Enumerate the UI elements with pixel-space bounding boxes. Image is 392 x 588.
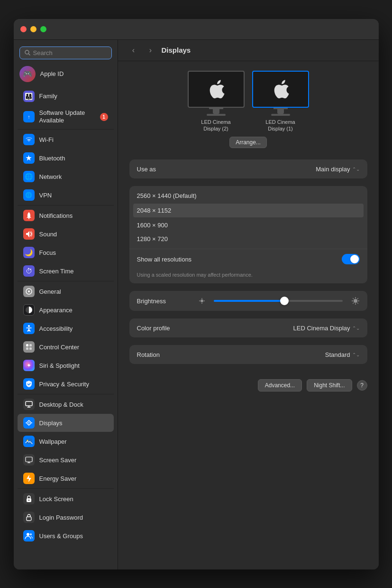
titlebar — [14, 19, 379, 40]
displays-icon — [23, 417, 35, 429]
vpn-icon: 🌐 — [23, 189, 35, 201]
sidebar-item-wifi[interactable]: Wi-Fi — [18, 131, 114, 149]
svg-rect-9 — [26, 344, 28, 346]
sidebar-item-displays[interactable]: Displays — [18, 414, 114, 432]
sidebar-item-label: Login Password — [39, 514, 83, 521]
resolution-item-1[interactable]: 2048 × 1152 — [133, 204, 364, 217]
sidebar-item-vpn[interactable]: 🌐 VPN — [18, 186, 114, 204]
rotation-value[interactable]: Standard ⌃⌄ — [325, 351, 360, 358]
perf-note: Using a scaled resolution may affect per… — [129, 269, 367, 283]
sidebar-item-label: Network — [39, 173, 62, 180]
use-as-value[interactable]: Main display ⌃⌄ — [316, 166, 359, 173]
sidebar-item-general[interactable]: General — [18, 282, 114, 300]
resolution-item-2[interactable]: 1600 × 900 — [129, 218, 367, 232]
bluetooth-icon: ★ — [23, 152, 35, 164]
help-button[interactable]: ? — [357, 380, 367, 391]
sidebar-item-screensaver[interactable]: Screen Saver — [18, 451, 114, 469]
minimize-button[interactable] — [30, 26, 36, 32]
svg-point-4 — [28, 218, 29, 219]
monitor-1[interactable]: LED CinemaDisplay (1) — [252, 71, 309, 132]
resolution-item-0[interactable]: 2560 × 1440 (Default) — [129, 189, 367, 203]
svg-text:↑: ↑ — [27, 114, 30, 120]
use-as-chevron: ⌃⌄ — [352, 167, 360, 172]
resolution-list: 2560 × 1440 (Default) 2048 × 1152 1600 ×… — [129, 186, 367, 249]
sidebar-item-label: Screen Saver — [39, 457, 77, 464]
rotation-label: Rotation — [137, 351, 194, 358]
sidebar-item-privacy[interactable]: Privacy & Security — [18, 375, 114, 393]
sidebar-item-label: Lock Screen — [39, 495, 73, 503]
resolution-label-1: 2048 × 1152 — [137, 207, 172, 214]
sidebar-item-controlcenter[interactable]: Control Center — [18, 338, 114, 356]
sidebar-item-lockscreen[interactable]: Lock Screen — [18, 490, 114, 508]
resolution-label-0: 2560 × 1440 (Default) — [137, 192, 197, 199]
use-as-card: Use as Main display ⌃⌄ — [129, 159, 367, 178]
profile-section[interactable]: 🎮 Apple ID — [14, 63, 118, 87]
brightness-slider[interactable] — [214, 300, 343, 302]
sidebar-item-bluetooth[interactable]: ★ Bluetooth — [18, 149, 114, 167]
sidebar-item-network[interactable]: 🌐 Network — [18, 168, 114, 186]
sidebar-item-sound[interactable]: Sound — [18, 225, 114, 243]
screensaver-icon — [23, 454, 35, 466]
divider-1 — [18, 129, 114, 130]
sidebar-item-software-update[interactable]: ↑ Software Update Available 1 — [18, 106, 114, 129]
family-icon: 👨‍👩‍👧 — [23, 91, 35, 102]
sidebar-item-appearance[interactable]: Appearance — [18, 301, 114, 319]
sidebar-item-users[interactable]: Users & Groups — [18, 527, 114, 545]
sidebar-item-label: Focus — [39, 249, 56, 256]
svg-rect-24 — [26, 457, 32, 462]
close-button[interactable] — [20, 26, 27, 32]
monitor-2[interactable]: LED CinemaDisplay (2) — [188, 71, 245, 132]
rotation-row: Rotation Standard ⌃⌄ — [129, 345, 367, 364]
sidebar-item-energy[interactable]: Energy Saver — [18, 469, 114, 487]
color-profile-chevron: ⌃⌄ — [352, 326, 360, 331]
back-button[interactable]: ‹ — [128, 46, 140, 55]
apple-logo-svg-1 — [272, 79, 289, 100]
sidebar-item-label: General — [39, 288, 61, 295]
resolution-card: 2560 × 1440 (Default) 2048 × 1152 1600 ×… — [129, 186, 367, 283]
sidebar-item-desktop[interactable]: Desktop & Dock — [18, 395, 114, 413]
brightness-low-icon — [199, 298, 205, 304]
search-input[interactable] — [33, 49, 107, 56]
svg-rect-29 — [27, 517, 31, 521]
resolution-item-3[interactable]: 1280 × 720 — [129, 232, 367, 246]
svg-point-17 — [28, 422, 29, 424]
main-content: ‹ › Displays — [118, 40, 379, 569]
color-profile-card: Color profile LED Cinema Display ⌃⌄ — [129, 318, 367, 337]
sidebar-item-siri[interactable]: ✦ Siri & Spotlight — [18, 356, 114, 374]
action-buttons: Advanced... Night Shift... ? — [129, 372, 367, 392]
screentime-icon: ⏱ — [23, 265, 35, 277]
sidebar-item-wallpaper[interactable]: Wallpaper — [18, 432, 114, 450]
sidebar-item-label: Accessibility — [39, 325, 73, 332]
sidebar-item-label: Control Center — [39, 344, 80, 351]
slider-thumb[interactable] — [280, 297, 289, 305]
profile-name: Apple ID — [40, 70, 64, 77]
sidebar-item-focus[interactable]: 🌙 Focus — [18, 243, 114, 261]
monitor-stand-1 — [277, 109, 284, 114]
monitor-label-2: LED CinemaDisplay (2) — [201, 119, 230, 132]
svg-rect-13 — [26, 401, 32, 406]
general-icon — [23, 286, 35, 297]
advanced-button[interactable]: Advanced... — [258, 379, 302, 392]
sidebar-item-label: Energy Saver — [39, 475, 77, 482]
sidebar-item-label: Screen Time — [39, 268, 74, 275]
color-profile-value[interactable]: LED Cinema Display ⌃⌄ — [293, 325, 360, 332]
arrange-button[interactable]: Arrange... — [229, 137, 267, 148]
sidebar-item-label: Wallpaper — [39, 438, 67, 445]
svg-line-45 — [357, 298, 358, 299]
show-all-toggle[interactable] — [342, 254, 360, 264]
wallpaper-icon — [23, 436, 35, 447]
lockscreen-icon — [23, 493, 35, 504]
rotation-chevron: ⌃⌄ — [352, 352, 360, 357]
sidebar-item-loginpassword[interactable]: Login Password — [18, 508, 114, 526]
maximize-button[interactable] — [40, 26, 46, 32]
night-shift-button[interactable]: Night Shift... — [307, 379, 352, 392]
forward-button[interactable]: › — [145, 46, 157, 55]
sidebar-item-screentime[interactable]: ⏱ Screen Time — [18, 262, 114, 280]
users-icon — [23, 530, 35, 541]
sidebar-item-family[interactable]: 👨‍👩‍👧 Family — [18, 87, 114, 105]
avatar: 🎮 — [19, 66, 36, 82]
sidebar-item-notifications[interactable]: Notifications — [18, 206, 114, 224]
search-box[interactable] — [19, 47, 112, 59]
sidebar-item-accessibility[interactable]: Accessibility — [18, 319, 114, 337]
appearance-icon — [23, 304, 35, 316]
